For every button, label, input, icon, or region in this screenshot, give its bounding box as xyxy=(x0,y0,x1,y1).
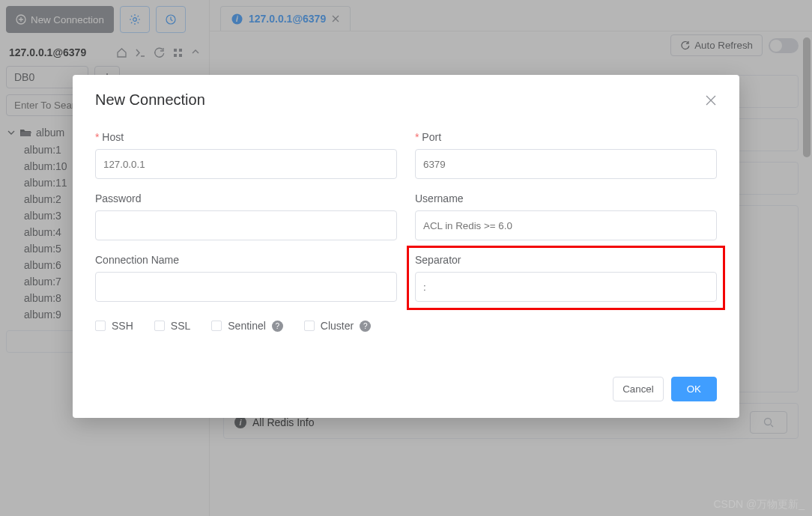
password-input[interactable] xyxy=(95,210,397,240)
port-input[interactable] xyxy=(415,149,717,179)
ssl-label: SSL xyxy=(171,320,190,332)
connection-name-input[interactable] xyxy=(95,272,397,302)
sentinel-label: Sentinel xyxy=(228,320,266,332)
password-label: Password xyxy=(95,192,397,204)
separator-label: Separator xyxy=(415,254,717,266)
close-icon[interactable] xyxy=(705,94,717,106)
connection-name-label: Connection Name xyxy=(95,254,397,266)
host-input[interactable] xyxy=(95,149,397,179)
field-separator: Separator xyxy=(412,251,720,305)
ssh-checkbox[interactable]: SSH xyxy=(95,320,133,332)
sentinel-checkbox[interactable]: Sentinel? xyxy=(211,320,283,332)
cluster-label: Cluster xyxy=(321,320,354,332)
dialog-title: New Connection xyxy=(95,91,205,109)
ssl-checkbox[interactable]: SSL xyxy=(154,320,190,332)
cancel-button[interactable]: Cancel xyxy=(613,377,664,401)
new-connection-dialog: New Connection Host Port Password Userna… xyxy=(73,75,739,418)
field-port: Port xyxy=(415,131,717,179)
field-password: Password xyxy=(95,192,397,240)
username-input[interactable] xyxy=(415,210,717,240)
field-connection-name: Connection Name xyxy=(95,254,397,302)
ok-button[interactable]: OK xyxy=(671,377,717,401)
help-icon[interactable]: ? xyxy=(272,321,283,332)
ssh-label: SSH xyxy=(112,320,133,332)
help-icon[interactable]: ? xyxy=(360,321,371,332)
separator-input[interactable] xyxy=(415,272,717,302)
cluster-checkbox[interactable]: Cluster? xyxy=(304,320,371,332)
field-username: Username xyxy=(415,192,717,240)
modal-overlay: New Connection Host Port Password Userna… xyxy=(0,0,812,516)
host-label: Host xyxy=(95,131,397,143)
watermark: CSDN @万物更新_ xyxy=(713,498,805,512)
port-label: Port xyxy=(415,131,717,143)
username-label: Username xyxy=(415,192,717,204)
field-host: Host xyxy=(95,131,397,179)
